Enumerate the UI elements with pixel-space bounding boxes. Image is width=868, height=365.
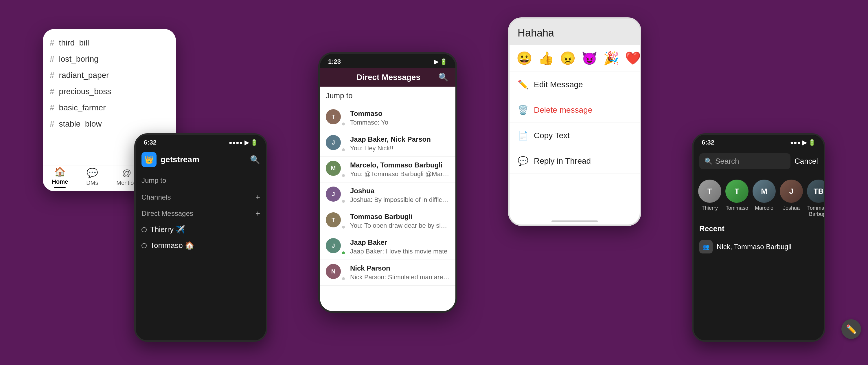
jump-to-bar[interactable]: Jump to (320, 87, 456, 105)
channel-name: basic_farmer (59, 103, 106, 112)
home-icon: 🏠 (54, 166, 66, 177)
menu-icon: 💬 (518, 156, 528, 166)
dm-list-content: Jump to T Tommaso Tommaso: Yo J Jaap Bak… (320, 87, 456, 311)
dm-message-preview: Jaap Baker: I love this movie mate (350, 248, 450, 255)
dm-message-preview: Joshua: By impossible of in difficulty d… (350, 196, 450, 204)
search-header: 🔍 Search Cancel (693, 149, 824, 174)
channel-item[interactable]: #stable_blow (43, 116, 176, 132)
add-dm-button[interactable]: + (255, 209, 260, 218)
avatar-group: J (326, 238, 346, 255)
dm-tommaso[interactable]: Tommaso 🏠 (142, 237, 260, 253)
online-indicator (142, 227, 147, 232)
channel-item[interactable]: #lost_boring (43, 51, 176, 67)
online-status-dot (341, 122, 345, 126)
channels-section-header: Channels + (142, 189, 260, 205)
channel-hash: # (50, 71, 54, 80)
online-status-dot (341, 251, 345, 255)
user-avatar-item[interactable]: T Tommaso (725, 179, 748, 217)
dm-contact-name: Tommaso (350, 110, 450, 118)
dm-info: Jaap Baker, Nick Parson You: Hey Nick!! (350, 135, 450, 152)
dm-contact-name: Tommaso Barbugli (350, 213, 450, 221)
context-menu-copy-text[interactable]: 📄Copy Text (509, 123, 640, 148)
avatar-primary: M (326, 161, 341, 176)
channel-item[interactable]: #precious_boss (43, 83, 176, 100)
dm-list-item[interactable]: T Tommaso Barbugli You: To open draw dea… (320, 208, 456, 234)
dm-list: T Tommaso Tommaso: Yo J Jaap Baker, Nick… (320, 105, 456, 286)
phone-direct-messages: 1:23 ▶ 🔋 Direct Messages 🔍 Jump to T Tom… (318, 52, 457, 313)
battery-icon: 🔋 (808, 139, 816, 146)
reaction-emoji[interactable]: 😈 (582, 51, 597, 66)
dm-thierry[interactable]: Thierry ✈️ (142, 222, 260, 237)
online-status-dot (341, 277, 345, 281)
context-menu: ✏️Edit Message🗑️Delete message📄Copy Text… (509, 72, 640, 222)
dm-list-item[interactable]: J Joshua Joshua: By impossible of in dif… (320, 182, 456, 208)
logo-icon: 👑 (144, 155, 154, 164)
search-icon[interactable]: 🔍 (250, 155, 260, 165)
search-status-bar: 6:32 ●●● ▶ 🔋 (693, 135, 824, 149)
avatar-group: J (326, 135, 346, 152)
reaction-emoji[interactable]: ❤️ (625, 51, 641, 66)
reaction-emoji[interactable]: 😀 (517, 51, 532, 66)
dm-list-item[interactable]: J Jaap Baker, Nick Parson You: Hey Nick!… (320, 131, 456, 157)
dm-tommaso-name: Tommaso 🏠 (150, 241, 194, 250)
dark-status-bar: 6:32 ●●●● ▶ 🔋 (136, 135, 266, 149)
reaction-emoji[interactable]: 😠 (560, 51, 576, 66)
user-name: Tommaso (726, 205, 748, 211)
channel-item[interactable]: #radiant_paper (43, 67, 176, 83)
dm-info: Jaap Baker Jaap Baker: I love this movie… (350, 238, 450, 255)
add-channel-button[interactable]: + (255, 193, 260, 202)
channel-item[interactable]: #third_bill (43, 35, 176, 51)
search-input[interactable]: Search (715, 157, 739, 166)
dark-time: 6:32 (144, 139, 157, 146)
channel-hash: # (50, 87, 54, 96)
channel-hash: # (50, 54, 54, 64)
recent-list: 👥 Nick, Tommaso Barbugli (693, 236, 824, 257)
battery-icon: 🔋 (251, 139, 258, 146)
wifi-icon: ●●● (790, 139, 801, 146)
dm-list-item[interactable]: T Tommaso Tommaso: Yo (320, 105, 456, 131)
user-avatar-item[interactable]: M Marcelo (752, 179, 776, 217)
search-input-icon: 🔍 (705, 158, 712, 165)
header-search-icon[interactable]: 🔍 (438, 73, 448, 82)
user-avatar: T (725, 179, 748, 203)
reaction-emoji[interactable]: 🎉 (603, 51, 619, 66)
reaction-bar: 😀👍😠😈🎉❤️😄 (509, 45, 640, 72)
cancel-button[interactable]: Cancel (795, 157, 818, 166)
nav-mention[interactable]: @ Mention (116, 168, 137, 186)
user-avatar-item[interactable]: J Joshua (780, 179, 803, 217)
nav-home[interactable]: 🏠 Home (52, 166, 68, 188)
dm-contact-name: Jaap Baker, Nick Parson (350, 135, 450, 143)
message-text: Hahaha (518, 27, 554, 39)
dm-list-item[interactable]: M Marcelo, Tommaso Barbugli You: @Tommas… (320, 157, 456, 182)
context-menu-reply-in-thread[interactable]: 💬Reply in Thread (509, 148, 640, 174)
context-menu-edit-message[interactable]: ✏️Edit Message (509, 72, 640, 97)
recent-item[interactable]: 👥 Nick, Tommaso Barbugli (693, 236, 824, 257)
user-avatar-item[interactable]: T Thierry (698, 179, 721, 217)
dm-info: Joshua Joshua: By impossible of in diffi… (350, 187, 450, 204)
getstream-logo: 👑 (142, 152, 157, 167)
dm-message-preview: Nick Parson: Stimulated man are projecti… (350, 274, 450, 281)
dm-info: Tommaso Barbugli You: To open draw dear … (350, 213, 450, 229)
dm-list-item[interactable]: N Nick Parson Nick Parson: Stimulated ma… (320, 260, 456, 286)
search-input-container[interactable]: 🔍 Search (699, 153, 790, 169)
avatar-primary: N (326, 264, 341, 279)
signal-icon: ▶ (802, 139, 807, 146)
menu-label: Reply in Thread (534, 157, 591, 166)
phone-sidebar: 6:32 ●●●● ▶ 🔋 👑 getstream 🔍 Jump to Chan… (134, 133, 267, 342)
user-avatar-item[interactable]: TB Tommaso Barbugli (807, 179, 824, 217)
dark-status-icons: ●●●● ▶ 🔋 (229, 139, 258, 146)
wifi-icon: ●●●● (229, 139, 243, 146)
dm-info: Nick Parson Nick Parson: Stimulated man … (350, 264, 450, 281)
avatar-group: T (326, 212, 346, 230)
dm-contact-name: Nick Parson (350, 264, 450, 272)
dark-app-header: 👑 getstream 🔍 (136, 149, 266, 171)
reaction-emoji[interactable]: 👍 (538, 51, 554, 66)
avatar-primary: J (326, 238, 341, 253)
context-menu-delete-message[interactable]: 🗑️Delete message (509, 97, 640, 123)
online-status-dot (341, 173, 345, 177)
dm-list-item[interactable]: J Jaap Baker Jaap Baker: I love this mov… (320, 234, 456, 260)
channel-item[interactable]: #basic_farmer (43, 100, 176, 116)
online-indicator (142, 243, 147, 248)
channel-name: radiant_paper (59, 71, 109, 80)
nav-dms[interactable]: 💬 DMs (86, 167, 98, 186)
